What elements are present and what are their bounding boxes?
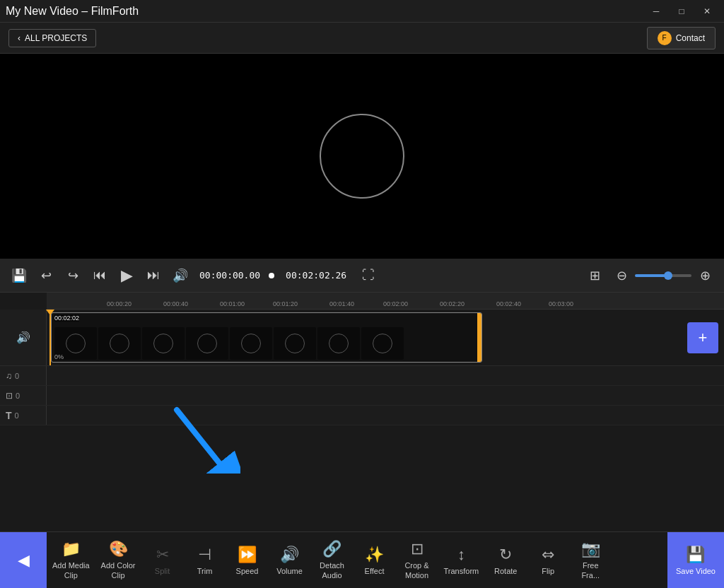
- close-button[interactable]: ✕: [696, 4, 718, 18]
- thumb-circle-7: [329, 334, 349, 353]
- add-clip-button[interactable]: +: [687, 322, 718, 353]
- timeline-area: 00:00:20 00:00:40 00:01:00 00:01:20 00:0…: [0, 293, 724, 531]
- undo-button[interactable]: ↩: [35, 265, 57, 286]
- speed-button[interactable]: ⏩ Speed: [226, 532, 269, 589]
- volume-button[interactable]: 🔊 Volume: [269, 532, 311, 589]
- split-label: Split: [155, 567, 170, 575]
- grid-overlay-button[interactable]: ⊞: [584, 265, 605, 286]
- clip-footer: 0%: [54, 353, 64, 360]
- app-title: My New Video – FilmForth: [6, 5, 139, 18]
- split-button[interactable]: ✂ Split: [141, 532, 184, 589]
- overlay-track-ctrl: ⊡ 0: [0, 386, 47, 405]
- transform-label: Transform: [444, 567, 479, 575]
- text-track-num: 0: [15, 411, 19, 420]
- back-nav-button[interactable]: ◀: [0, 532, 47, 589]
- play-button[interactable]: ▶: [116, 265, 137, 286]
- skip-forward-button[interactable]: ⏭: [143, 265, 164, 286]
- ruler-tick-40: 00:00:40: [163, 300, 188, 307]
- free-frame-button[interactable]: 📷 FreeFra...: [569, 532, 612, 589]
- crop-motion-button[interactable]: ⊡ Crop &Motion: [396, 532, 438, 589]
- thumbnail-4: [186, 327, 228, 360]
- add-color-label: Add ColorClip: [101, 561, 136, 580]
- thumbnail-5: [230, 327, 272, 360]
- rotate-button[interactable]: ↻ Rotate: [484, 532, 527, 589]
- music-icon: ♫: [6, 371, 12, 381]
- text-track-icon: T: [6, 410, 12, 421]
- all-projects-button[interactable]: ‹ ALL PROJECTS: [8, 29, 96, 47]
- add-media-label: Add MediaClip: [52, 561, 90, 580]
- trim-button[interactable]: ⊣ Trim: [184, 532, 226, 589]
- topbar: ‹ ALL PROJECTS F Contact: [0, 23, 724, 54]
- rotate-icon: ↻: [499, 546, 512, 564]
- bottom-toolbar: ◀ 📁 Add MediaClip 🎨 Add ColorClip ✂ Spli…: [0, 531, 724, 588]
- contact-avatar: F: [658, 31, 672, 45]
- overlay-icon: ⊡: [6, 391, 13, 401]
- video-track-controls: 🔊: [0, 310, 47, 365]
- clip-end-marker[interactable]: [477, 313, 481, 362]
- save-video-icon: 💾: [686, 546, 705, 564]
- volume-label: Volume: [276, 567, 303, 575]
- overlay-subtrack-row: ⊡ 0: [0, 386, 724, 406]
- clip-thumbnails: [52, 314, 407, 363]
- text-track-content[interactable]: [47, 406, 724, 425]
- contact-button[interactable]: F Contact: [647, 27, 716, 49]
- overlay-track-content[interactable]: [47, 386, 724, 405]
- overlay-track-num: 0: [16, 392, 20, 400]
- back-label: ALL PROJECTS: [25, 33, 87, 43]
- audio-subtrack-row: ♫ 0: [0, 366, 724, 386]
- zoom-controls: ⊖ ⊕: [611, 265, 716, 286]
- volume-toolbar-button[interactable]: 🔊: [170, 265, 191, 286]
- free-frame-label: FreeFra...: [581, 561, 600, 580]
- speed-icon: ⏩: [238, 546, 257, 564]
- minimize-button[interactable]: ─: [645, 4, 667, 18]
- titlebar: My New Video – FilmForth ─ □ ✕: [0, 0, 724, 23]
- thumbnail-2: [98, 327, 141, 360]
- trim-icon: ⊣: [198, 546, 211, 564]
- skip-back-button[interactable]: ⏮: [89, 265, 110, 286]
- detach-audio-icon: 🔗: [322, 540, 341, 558]
- video-track-content[interactable]: 00:02:02 0% +: [47, 310, 724, 365]
- flip-button[interactable]: ⇔ Flip: [527, 532, 569, 589]
- maximize-button[interactable]: □: [670, 4, 693, 18]
- save-video-button[interactable]: 💾 Save Video: [667, 532, 724, 589]
- ruler-tick-100: 00:01:00: [220, 300, 245, 307]
- ruler-tick-300: 00:03:00: [549, 300, 573, 307]
- detach-audio-button[interactable]: 🔗 DetachAudio: [311, 532, 354, 589]
- timeline-ruler: 00:00:20 00:00:40 00:01:00 00:01:20 00:0…: [47, 293, 724, 310]
- add-color-clip-button[interactable]: 🎨 Add ColorClip: [95, 532, 141, 589]
- clip-header: 00:02:02: [54, 314, 79, 322]
- total-time-display: 00:02:02.26: [286, 270, 346, 281]
- video-track-row: 🔊 00:02:02 0%: [0, 310, 724, 366]
- zoom-slider[interactable]: [635, 274, 691, 277]
- current-time-display: 00:00:00.00: [199, 270, 260, 281]
- preview-area: [0, 54, 724, 259]
- save-project-button[interactable]: 💾: [8, 265, 30, 286]
- ruler-tick-200: 00:02:00: [383, 300, 408, 307]
- fullscreen-button[interactable]: ⛶: [358, 265, 379, 286]
- audio-track-content[interactable]: [47, 366, 724, 385]
- crop-motion-label: Crop &Motion: [404, 561, 428, 580]
- add-media-icon: 📁: [62, 540, 81, 558]
- zoom-out-button[interactable]: ⊖: [611, 265, 632, 286]
- effect-button[interactable]: ✨ Effect: [354, 532, 396, 589]
- rotate-label: Rotate: [494, 567, 517, 575]
- transform-button[interactable]: ↕ Transform: [438, 532, 485, 589]
- thumbnail-6: [274, 327, 316, 360]
- thumb-circle-8: [373, 334, 392, 353]
- text-subtrack-row: T 0: [0, 406, 724, 425]
- thumb-circle-2: [110, 334, 129, 353]
- transform-icon: ↕: [457, 546, 465, 564]
- add-media-clip-button[interactable]: 📁 Add MediaClip: [47, 532, 95, 589]
- video-clip[interactable]: 00:02:02 0%: [51, 312, 482, 363]
- effect-icon: ✨: [365, 546, 384, 564]
- ruler-tick-220: 00:02:20: [440, 300, 465, 307]
- ruler-tick-240: 00:02:40: [496, 300, 521, 307]
- back-chevron-icon: ‹: [18, 33, 21, 43]
- zoom-in-button[interactable]: ⊕: [694, 265, 716, 286]
- window-controls: ─ □ ✕: [645, 4, 718, 18]
- volume-track-icon: 🔊: [16, 331, 30, 344]
- redo-button[interactable]: ↪: [62, 265, 83, 286]
- flip-label: Flip: [542, 567, 554, 575]
- ruler-tick-20: 00:00:20: [107, 300, 132, 307]
- thumbnail-8: [361, 327, 404, 360]
